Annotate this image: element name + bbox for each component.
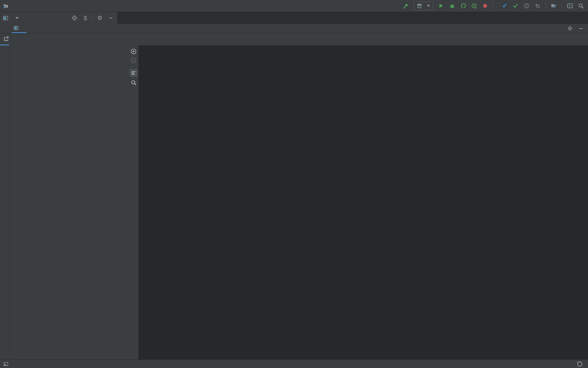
git-rollback-button[interactable]	[533, 2, 541, 10]
git-update-button[interactable]	[500, 2, 508, 10]
run-window-button[interactable]	[566, 2, 574, 10]
flame-texture	[138, 45, 230, 91]
search-icon[interactable]	[131, 80, 137, 86]
hide-panel-icon[interactable]	[577, 25, 585, 33]
tab-call-tree[interactable]	[9, 33, 18, 45]
run-button[interactable]	[437, 2, 445, 10]
left-rail	[0, 45, 10, 359]
project-panel-icon[interactable]	[2, 14, 9, 22]
toolbar-separator	[493, 2, 493, 9]
editor-tab-strip-empty	[117, 12, 588, 24]
gear-icon[interactable]: ⚙	[96, 14, 104, 22]
hide-panel-icon[interactable]	[107, 14, 115, 22]
thread-list[interactable]	[10, 45, 129, 359]
run-config-selector[interactable]	[414, 2, 433, 10]
zoom-out-icon[interactable]	[130, 57, 137, 63]
collapse-all-icon[interactable]	[81, 14, 89, 22]
chevron-down-icon	[427, 5, 430, 7]
git-history-button[interactable]	[522, 2, 530, 10]
project-structure-button[interactable]	[550, 2, 558, 10]
stop-button[interactable]	[481, 2, 489, 10]
flame-graph-toolbar	[129, 45, 138, 359]
gear-icon[interactable]: ⚙	[566, 25, 574, 33]
toolbar-separator	[562, 2, 562, 9]
toolbar-separator	[545, 2, 546, 9]
toolwindow-toggle-icon[interactable]	[2, 360, 10, 368]
session-icon	[13, 25, 19, 31]
profiler-view-tabs	[0, 33, 588, 45]
profile-button[interactable]	[459, 2, 467, 10]
run-with-coverage-button[interactable]	[470, 2, 478, 10]
debug-button[interactable]	[448, 2, 456, 10]
profiler-bar: ⚙	[0, 24, 588, 33]
locate-file-icon[interactable]	[70, 14, 78, 22]
project-toolwindow-header: ⚙	[0, 12, 118, 24]
profiler-session-tab[interactable]	[12, 24, 27, 33]
status-bar	[0, 359, 588, 368]
search-everywhere-button[interactable]	[577, 2, 585, 10]
flame-graph[interactable]	[138, 45, 588, 360]
chevron-down-icon[interactable]	[16, 17, 19, 19]
build-hammer-icon[interactable]	[402, 2, 410, 10]
git-commit-button[interactable]	[511, 2, 519, 10]
toolbar-separator	[92, 15, 93, 21]
zoom-in-icon[interactable]	[130, 48, 137, 55]
application-window: ⚙ ⚙	[0, 0, 588, 368]
tab-method-list[interactable]	[18, 33, 28, 45]
open-in-new-window-icon[interactable]	[3, 36, 9, 42]
sort-by-width-button[interactable]	[130, 69, 138, 77]
notifications-icon[interactable]	[576, 360, 584, 368]
title-bar	[0, 0, 588, 12]
project-folder-icon	[2, 2, 10, 10]
run-config-app-icon	[417, 3, 422, 9]
